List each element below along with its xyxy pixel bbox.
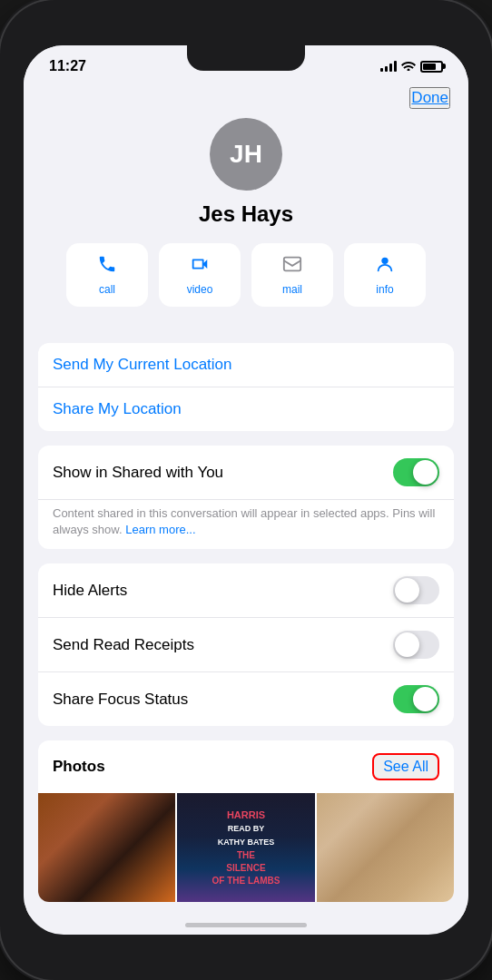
share-focus-toggle[interactable] [393, 685, 439, 713]
share-focus-label: Share Focus Status [53, 691, 188, 709]
call-icon [97, 254, 117, 279]
video-icon [190, 254, 210, 279]
location-section: Send My Current Location Share My Locati… [38, 343, 454, 431]
phone-screen: 11:27 Done JH Jes Hays [24, 45, 468, 935]
info-button[interactable]: info [344, 243, 426, 307]
shared-with-you-label: Show in Shared with You [53, 464, 223, 482]
see-all-button[interactable]: See All [372, 753, 439, 780]
svg-rect-0 [284, 258, 300, 271]
done-button[interactable]: Done [409, 87, 450, 109]
book-text: HARRISREAD BYKATHY BATESTHESILENCEOF THE… [208, 805, 283, 891]
send-read-receipts-row: Send Read Receipts [38, 618, 454, 672]
svg-point-1 [381, 258, 388, 264]
shared-with-you-toggle[interactable] [393, 458, 439, 486]
signal-icon [380, 61, 397, 72]
shared-with-you-section: Show in Shared with You Content shared i… [38, 446, 454, 549]
share-focus-row: Share Focus Status [38, 672, 454, 726]
photo-book: HARRISREAD BYKATHY BATESTHESILENCEOF THE… [177, 793, 314, 902]
info-label: info [376, 283, 393, 296]
photo-dog [38, 793, 175, 902]
photos-title: Photos [53, 758, 105, 776]
status-icons [380, 59, 443, 74]
settings-section: Hide Alerts Send Read Receipts Share Foc… [38, 564, 454, 726]
contact-name: Jes Hays [199, 201, 293, 227]
call-label: call [99, 283, 115, 296]
video-button[interactable]: video [159, 243, 241, 307]
send-location-row[interactable]: Send My Current Location [38, 343, 454, 387]
share-location-label: Share My Location [53, 400, 182, 418]
mail-icon [282, 254, 302, 279]
photos-header: Photos See All [38, 740, 454, 793]
video-label: video [187, 283, 213, 296]
mail-label: mail [282, 283, 302, 296]
photos-section: Photos See All HARRISREAD BYKATHY BATEST… [38, 740, 454, 902]
wifi-icon [401, 59, 416, 74]
photo-fabric [317, 793, 454, 902]
avatar: JH [210, 118, 282, 191]
phone-frame: 11:27 Done JH Jes Hays [0, 0, 492, 980]
send-read-receipts-toggle[interactable] [393, 631, 439, 659]
call-button[interactable]: call [66, 243, 148, 307]
info-icon [375, 254, 395, 279]
content-area: Done JH Jes Hays call [24, 80, 468, 916]
share-location-row[interactable]: Share My Location [38, 387, 454, 431]
hide-alerts-row: Hide Alerts [38, 564, 454, 618]
photos-grid: HARRISREAD BYKATHY BATESTHESILENCEOF THE… [38, 793, 454, 902]
hide-alerts-label: Hide Alerts [53, 582, 127, 600]
shared-with-you-row: Show in Shared with You [38, 446, 454, 500]
hide-alerts-toggle[interactable] [393, 576, 439, 604]
action-row: call video mail [66, 243, 426, 307]
mail-button[interactable]: mail [251, 243, 333, 307]
notch [187, 45, 305, 71]
battery-icon [420, 61, 443, 73]
home-indicator [185, 923, 307, 927]
profile-section: JH Jes Hays call video [24, 109, 468, 343]
header: Done [24, 80, 468, 109]
status-time: 11:27 [49, 58, 86, 74]
send-location-label: Send My Current Location [53, 356, 232, 374]
learn-more-link[interactable]: Learn more... [125, 523, 195, 536]
shared-with-you-description: Content shared in this conversation will… [38, 500, 454, 549]
send-read-receipts-label: Send Read Receipts [53, 636, 194, 654]
